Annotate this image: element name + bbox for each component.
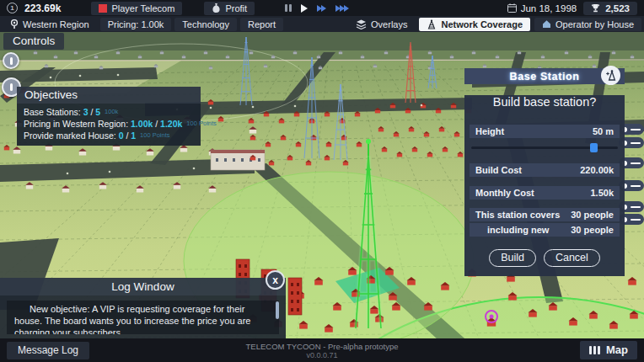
build-cost-label: Build Cost: [475, 165, 522, 175]
score-display[interactable]: 2,523: [583, 2, 637, 15]
knob-dash: [631, 219, 641, 221]
cancel-button[interactable]: Cancel: [544, 249, 600, 267]
log-window: x Log Window New objective: A VIP is req…: [0, 278, 286, 341]
log-window-body: New objective: A VIP is requesting cover…: [0, 295, 286, 341]
objective-separator: /: [123, 130, 131, 141]
game-screen: 1 223.69k Player Telecom Profit Jun 18, …: [0, 0, 644, 362]
pricing-button[interactable]: Pricing: 1.00k: [100, 18, 172, 31]
build-cost-row: Build Cost 220.00k: [470, 163, 620, 177]
knob-dash: [631, 162, 641, 164]
info-button-1[interactable]: [3, 52, 19, 69]
monthly-cost-value: 1.50k: [590, 188, 614, 198]
fastest-forward-icon[interactable]: [335, 5, 349, 12]
close-icon[interactable]: x: [266, 270, 285, 290]
objective-label: Provide marked House:: [24, 130, 119, 141]
map-grid-icon: [589, 346, 600, 354]
build-button[interactable]: Build: [489, 249, 536, 267]
objective-reward: 100k: [105, 108, 118, 115]
covers-row: This station covers 30 people: [470, 208, 620, 221]
pause-button[interactable]: [285, 4, 292, 12]
menu-bar: Western Region Pricing: 1.00k Technology…: [0, 16, 644, 32]
coin-icon: 1: [7, 3, 18, 13]
slider-handle[interactable]: [590, 143, 598, 152]
knob-dash: [631, 185, 641, 187]
height-row: Height 50 m: [470, 125, 620, 138]
calendar-icon: [507, 3, 517, 13]
play-button[interactable]: [301, 4, 308, 13]
build-question: Build base station?: [468, 95, 621, 109]
add-base-station-icon[interactable]: [601, 66, 620, 85]
score-value: 2,523: [605, 3, 630, 13]
build-base-station-panel: Base Station Build base station? Height …: [464, 68, 625, 276]
date-display: Jun 18, 1998: [507, 3, 577, 13]
technology-label: Technology: [182, 19, 229, 29]
money-bag-icon: [212, 3, 221, 13]
player-telecom-label: Player Telecom: [111, 3, 174, 13]
height-label: Height: [475, 126, 504, 136]
height-slider[interactable]: [471, 143, 618, 152]
covers-value: 30 people: [571, 210, 614, 220]
objective-current: 1.00k: [131, 119, 153, 129]
info-icon: [10, 57, 13, 65]
report-label: Report: [248, 19, 276, 29]
objective-label: Base Stations:: [24, 107, 83, 117]
game-title: TELECOM TYCOON - Pre-alpha prototype: [246, 342, 399, 351]
technology-button[interactable]: Technology: [174, 18, 237, 31]
overlays-label: Overlays: [371, 19, 407, 29]
including-new-row: including new 30 people: [470, 223, 620, 237]
objective-target: 1.20k: [160, 119, 182, 129]
version-info: TELECOM TYCOON - Pre-alpha prototype v0.…: [246, 342, 399, 359]
objectives-title: Objectives: [17, 87, 201, 104]
log-message: New objective: A VIP is requesting cover…: [7, 301, 279, 334]
top-bar: 1 223.69k Player Telecom Profit Jun 18, …: [0, 0, 644, 16]
profit-button[interactable]: Profit: [204, 2, 255, 15]
top-bar-right: Jun 18, 1998 2,523: [507, 2, 637, 15]
pricing-label: Pricing: 1.00k: [108, 19, 164, 29]
house-icon: [542, 19, 551, 29]
objective-target: 1: [131, 130, 136, 141]
objectives-panel: Objectives Base Stations: 3 / 5100k Pric…: [17, 87, 201, 146]
monthly-cost-row: Monthly Cost 1.50k: [470, 186, 620, 200]
objective-separator: /: [153, 119, 160, 129]
date-text: Jun 18, 1998: [521, 3, 577, 13]
including-new-label: including new: [487, 225, 549, 235]
objective-target: 5: [95, 107, 100, 117]
covers-label: This station covers: [475, 210, 560, 220]
including-new-value: 30 people: [571, 225, 614, 235]
money-amount: 223.69k: [24, 3, 61, 14]
objective-label: Pricing in Western Region:: [24, 119, 131, 129]
fast-forward-icon[interactable]: [317, 5, 326, 12]
objective-base-stations: Base Stations: 3 / 5100k: [17, 106, 201, 118]
build-panel-header: Base Station: [464, 68, 625, 84]
knob-dash: [631, 142, 641, 144]
version-number: v0.0.0.71: [246, 351, 399, 359]
report-button[interactable]: Report: [240, 18, 283, 31]
operator-by-house-label: Operator by House: [555, 19, 634, 29]
status-bar: Message Log TELECOM TYCOON - Pre-alpha p…: [0, 338, 644, 362]
log-scrollbar[interactable]: [276, 301, 279, 319]
player-telecom-button[interactable]: Player Telecom: [91, 2, 182, 15]
region-label: Western Region: [23, 19, 89, 29]
build-panel-body: Build base station? Height 50 m Build Co…: [464, 95, 625, 276]
knob-dash: [631, 129, 641, 130]
overlay-buttons: Overlays Network Coverage Operator by Ho…: [348, 18, 641, 31]
layers-icon: [356, 19, 367, 29]
build-panel-title: Base Station: [510, 71, 580, 83]
playback-controls: [285, 0, 349, 16]
operator-by-house-button[interactable]: Operator by House: [534, 18, 641, 31]
objective-marked-house: Provide marked House: 0 / 1100 Points: [17, 130, 201, 141]
message-log-button[interactable]: Message Log: [7, 342, 89, 359]
overlays-button[interactable]: Overlays: [348, 18, 415, 31]
objective-reward: 100 Points: [186, 120, 216, 127]
trophy-icon: [591, 3, 600, 13]
region-button[interactable]: Western Region: [3, 18, 97, 31]
build-panel-buttons: Build Cancel: [464, 249, 625, 267]
objectives-list: Base Stations: 3 / 5100k Pricing in West…: [17, 104, 201, 146]
antenna-tower-icon: [427, 19, 437, 29]
map-button[interactable]: Map: [580, 341, 637, 359]
network-coverage-button[interactable]: Network Coverage: [419, 18, 530, 31]
player-color-icon: [99, 4, 107, 13]
objective-separator: /: [88, 107, 95, 117]
profit-label: Profit: [225, 3, 247, 13]
map-pin-icon: [10, 19, 19, 29]
